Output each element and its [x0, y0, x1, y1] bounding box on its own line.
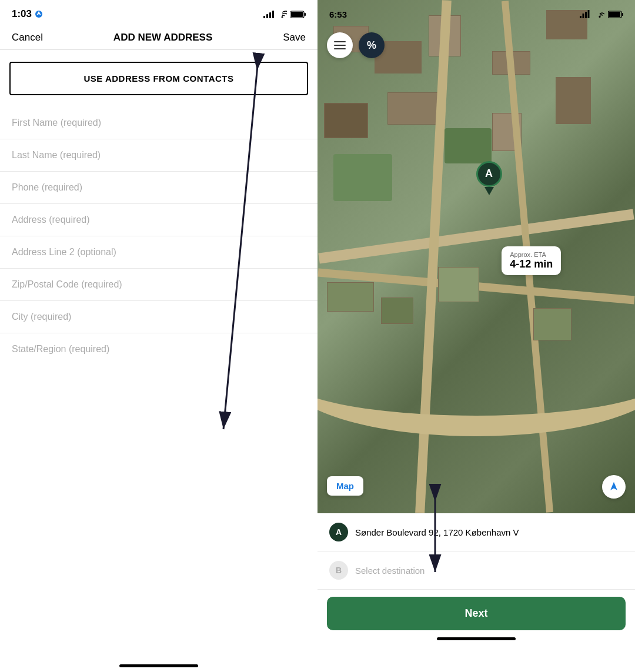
svg-rect-16 — [609, 12, 620, 17]
home-indicator-right — [437, 637, 516, 640]
eta-approx-label: Approx. ETA — [510, 251, 553, 258]
time-text: 1:03 — [12, 8, 32, 20]
svg-rect-18 — [334, 45, 346, 46]
origin-address-row: A Sønder Boulevard 92, 1720 København V — [317, 513, 635, 551]
bottom-sheet: A Sønder Boulevard 92, 1720 København V … — [317, 513, 635, 672]
location-arrow-icon — [35, 10, 43, 18]
last-name-field[interactable]: Last Name (required) — [0, 139, 317, 172]
destination-placeholder: Select destination — [355, 566, 425, 576]
address-line2-field[interactable]: Address Line 2 (optional) — [0, 236, 317, 269]
svg-point-2 — [282, 16, 283, 18]
battery-icon — [290, 11, 306, 18]
svg-rect-17 — [334, 41, 346, 42]
left-panel: 1:03 — [0, 0, 317, 672]
svg-rect-5 — [291, 12, 303, 17]
svg-rect-15 — [622, 13, 624, 16]
time-left: 1:03 — [12, 8, 43, 20]
first-name-field[interactable]: First Name (required) — [0, 107, 317, 139]
home-indicator-left — [119, 664, 198, 667]
map-pin-a: A — [476, 161, 502, 195]
battery-icon-right — [608, 11, 623, 18]
destination-address-row[interactable]: B Select destination — [317, 551, 635, 590]
pin-badge-a: A — [476, 161, 502, 187]
wifi-icon-right — [595, 11, 604, 18]
eta-bubble: Approx. ETA 4-12 min — [502, 246, 561, 275]
status-icons-right — [580, 10, 623, 18]
page-title: ADD NEW ADDRESS — [113, 32, 212, 44]
my-location-button[interactable] — [602, 475, 626, 499]
origin-address-text: Sønder Boulevard 92, 1720 København V — [355, 527, 519, 537]
promo-icon: % — [367, 39, 376, 52]
origin-badge: A — [329, 523, 348, 541]
status-bar-left: 1:03 — [0, 0, 317, 26]
next-button[interactable]: Next — [327, 597, 626, 630]
svg-rect-9 — [580, 16, 581, 18]
eta-time-value: 4-12 min — [510, 258, 553, 270]
address-field[interactable]: Address (required) — [0, 204, 317, 236]
right-panel: 6:53 — [317, 0, 635, 672]
cancel-button[interactable]: Cancel — [12, 32, 43, 44]
use-address-from-contacts-button[interactable]: USE ADDRESS FROM CONTACTS — [9, 62, 308, 95]
state-region-field[interactable]: State/Region (required) — [0, 333, 317, 357]
status-icons-left — [263, 10, 306, 18]
svg-point-13 — [599, 16, 600, 18]
map-menu-button[interactable] — [327, 32, 353, 58]
status-bar-right: 6:53 — [317, 0, 635, 26]
hamburger-icon — [334, 41, 346, 49]
promo-button[interactable]: % — [359, 32, 385, 58]
svg-rect-11 — [585, 12, 587, 18]
time-right: 6:53 — [329, 9, 347, 19]
svg-rect-19 — [334, 48, 346, 49]
wifi-icon — [278, 11, 287, 18]
form-content: USE ADDRESS FROM CONTACTS First Name (re… — [0, 50, 317, 357]
map-view[interactable]: A Approx. ETA 4-12 min % Map — [317, 0, 635, 513]
phone-field[interactable]: Phone (required) — [0, 172, 317, 204]
svg-rect-10 — [583, 14, 584, 18]
zip-code-field[interactable]: Zip/Postal Code (required) — [0, 269, 317, 301]
svg-rect-4 — [305, 13, 306, 16]
signal-icon-right — [580, 10, 591, 18]
map-background — [317, 0, 635, 513]
map-type-button[interactable]: Map — [327, 476, 363, 496]
save-button[interactable]: Save — [283, 32, 306, 44]
nav-bar: Cancel ADD NEW ADDRESS Save — [0, 26, 317, 50]
location-arrow-icon — [608, 481, 620, 493]
city-field[interactable]: City (required) — [0, 301, 317, 333]
svg-rect-12 — [588, 10, 590, 18]
destination-badge: B — [329, 561, 348, 580]
pin-tail — [484, 187, 494, 195]
signal-icon — [263, 10, 274, 18]
